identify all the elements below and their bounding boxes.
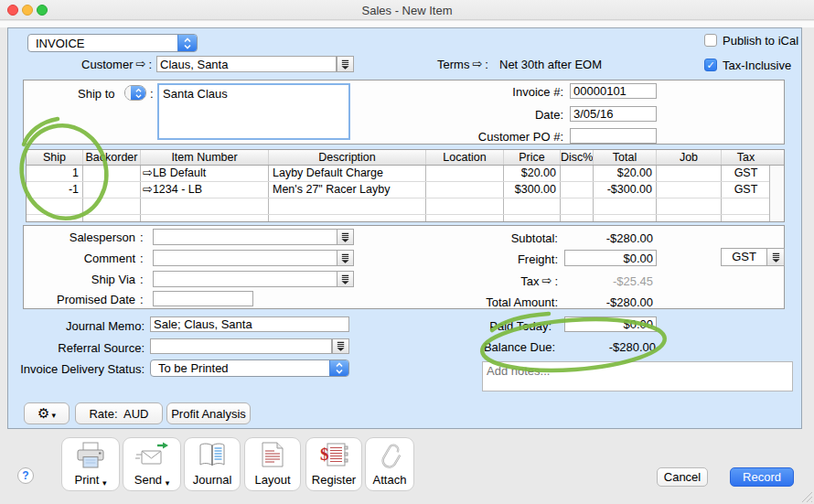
cell-tax[interactable]: GST <box>722 182 770 198</box>
ship-via-list-button[interactable] <box>337 271 354 287</box>
cell-description[interactable]: Men's 27" Racer Layby <box>269 182 426 198</box>
journal-button[interactable]: Journal <box>184 437 241 491</box>
titlebar: Sales - New Item <box>0 0 814 20</box>
cell-ship[interactable]: -1 <box>27 182 83 198</box>
print-button[interactable]: Print ▾ <box>61 437 120 491</box>
promised-date-field[interactable] <box>153 291 253 306</box>
referral-source-field[interactable] <box>150 338 332 354</box>
publish-to-ical-label: Publish to iCal <box>723 34 798 48</box>
customer-label: Customer ⇨ : <box>37 58 152 71</box>
cell-job[interactable] <box>657 166 722 181</box>
popup-stepper-icon <box>131 86 145 100</box>
line-items-table: Ship Backorder Item Number Description L… <box>26 149 785 222</box>
delivery-status-popup[interactable]: To be Printed <box>150 359 349 377</box>
gear-icon: ⚙ <box>37 405 49 422</box>
col-header-backorder: Backorder <box>83 150 141 165</box>
cell-price[interactable]: $300.00 <box>504 182 561 198</box>
cell-total[interactable]: $20.00 <box>594 166 657 181</box>
cell-item-number[interactable]: ⇨LB Default <box>141 166 269 181</box>
total-amount-value: -$280.00 <box>506 295 653 309</box>
register-ledger-icon: $ <box>306 442 361 467</box>
rate-button[interactable]: Rate: AUD <box>75 402 163 424</box>
list-dropdown-icon <box>340 59 350 70</box>
gear-menu-button[interactable]: ⚙ ▾ <box>24 402 70 424</box>
profit-analysis-button[interactable]: Profit Analysis <box>166 402 251 424</box>
date-field[interactable] <box>570 106 657 122</box>
tax-inclusive-checkbox[interactable]: ✓ <box>704 59 717 71</box>
customer-list-button[interactable] <box>337 56 354 72</box>
cancel-button[interactable]: Cancel <box>657 467 708 487</box>
col-header-disc: Disc% <box>561 150 594 165</box>
table-row-empty <box>27 215 784 222</box>
tax-inclusive-label: Tax-Inclusive <box>723 59 791 72</box>
delivery-status-value: To be Printed <box>151 360 329 376</box>
comment-label: Comment <box>18 252 135 265</box>
table-scrollbar[interactable] <box>769 166 784 221</box>
invoice-number-field[interactable] <box>570 83 657 99</box>
cell-disc[interactable] <box>561 182 594 198</box>
sale-type-value: INVOICE <box>28 35 177 51</box>
ship-to-stepper[interactable] <box>124 85 146 101</box>
zoom-arrow-icon[interactable]: ⇨ <box>143 166 153 179</box>
terms-label: Terms ⇨ : <box>437 58 488 71</box>
journal-memo-field[interactable] <box>150 316 349 332</box>
cell-backorder[interactable] <box>83 166 141 181</box>
ship-via-label: Ship Via <box>18 273 135 286</box>
comment-list-button[interactable] <box>337 250 354 266</box>
paperclip-icon <box>366 442 413 469</box>
customer-po-field[interactable] <box>570 128 657 144</box>
zoom-arrow-icon[interactable]: ⇨ <box>472 58 482 70</box>
referral-source-list-button[interactable] <box>332 338 349 354</box>
tax-value: -$25.45 <box>506 274 653 288</box>
cell-item-number[interactable]: ⇨1234 - LB <box>141 182 269 198</box>
ship-to-colon: : <box>150 87 154 101</box>
ship-to-label: Ship to <box>78 87 114 101</box>
help-button[interactable]: ? <box>17 467 34 484</box>
paid-today-field[interactable] <box>564 316 657 332</box>
send-envelope-icon <box>123 442 180 469</box>
window-background-strip <box>0 21 814 27</box>
svg-text:$: $ <box>320 445 329 464</box>
comment-field[interactable] <box>153 250 337 266</box>
window-title: Sales - New Item <box>0 4 814 17</box>
freight-field[interactable] <box>564 250 657 266</box>
zoom-arrow-icon[interactable]: ⇨ <box>143 182 153 196</box>
cell-tax[interactable]: GST <box>722 166 770 181</box>
customer-field[interactable] <box>156 56 337 72</box>
cell-location[interactable] <box>426 166 504 181</box>
col-header-price: Price <box>504 150 561 165</box>
send-button[interactable]: Send ▾ <box>123 437 181 491</box>
cell-description[interactable]: Layby Default Charge <box>269 166 426 181</box>
cell-location[interactable] <box>426 182 504 198</box>
terms-value: Net 30th after EOM <box>499 58 602 71</box>
freight-tax-list-button[interactable] <box>766 249 784 265</box>
record-button[interactable]: Record <box>730 467 794 487</box>
cell-total[interactable]: -$300.00 <box>594 182 657 198</box>
window-resize-grip[interactable] <box>799 489 813 503</box>
freight-label: Freight: <box>412 252 558 266</box>
table-row-empty <box>27 198 784 215</box>
journal-memo-label: Journal Memo: <box>0 319 145 333</box>
zoom-arrow-icon[interactable]: ⇨ <box>135 58 145 70</box>
journal-book-icon <box>185 442 240 467</box>
layout-button[interactable]: Layout <box>244 437 301 491</box>
publish-to-ical-checkbox[interactable] <box>704 34 717 47</box>
salesperson-list-button[interactable] <box>337 229 354 245</box>
cell-price[interactable]: $20.00 <box>504 166 561 181</box>
sales-new-item-window: Sales - New Item INVOICE Publish to iCal… <box>0 0 814 504</box>
salesperson-field[interactable] <box>153 229 337 245</box>
freight-tax-code: GST <box>722 249 766 265</box>
ship-to-address-field[interactable]: Santa Claus <box>157 83 350 140</box>
cell-disc[interactable] <box>561 166 594 181</box>
sale-type-popup[interactable]: INVOICE <box>27 34 198 52</box>
cell-backorder[interactable] <box>83 182 141 198</box>
attach-button[interactable]: Attach <box>365 437 414 491</box>
register-button[interactable]: $ Register <box>305 437 362 491</box>
chevron-down-icon: ▾ <box>51 411 56 420</box>
popup-stepper-icon <box>329 360 348 376</box>
freight-tax-combo[interactable]: GST <box>721 248 785 266</box>
cell-job[interactable] <box>657 182 722 198</box>
notes-field[interactable] <box>482 361 793 391</box>
cell-ship[interactable]: 1 <box>27 166 83 181</box>
ship-via-field[interactable] <box>153 271 337 287</box>
